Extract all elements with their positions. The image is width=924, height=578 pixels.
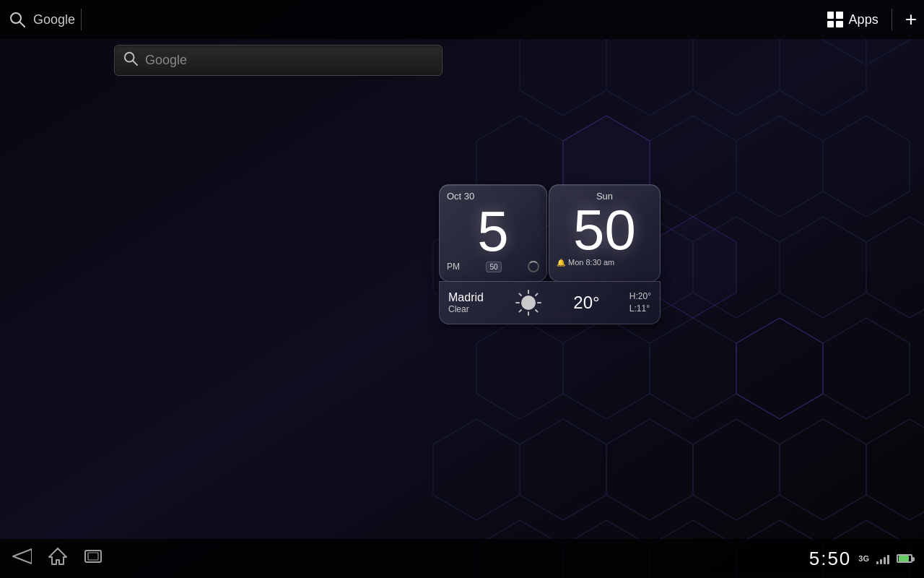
clock-timer-badge: 50	[486, 262, 501, 272]
weather-low: L:11°	[629, 303, 651, 315]
signal-bar-2	[880, 559, 882, 564]
network-type-label: 3G	[858, 554, 869, 563]
alarm-bottom: 🔔 Mon 8:30 am	[557, 258, 653, 267]
weather-condition: Clear	[448, 304, 484, 314]
svg-line-40	[19, 22, 25, 27]
google-brand-text: Google	[33, 12, 75, 27]
bottom-bar: 5:50 3G	[0, 539, 924, 578]
sun-icon	[513, 288, 544, 318]
weather-temperature: 20°	[573, 293, 599, 313]
search-widget-icon	[123, 51, 138, 69]
widget-top-row: Oct 30 5 PM 50 Sun 50 🔔 Mon 8:30 am	[439, 184, 661, 282]
svg-marker-52	[13, 549, 32, 564]
clock-date: Oct 30	[447, 191, 474, 202]
signal-bar-3	[884, 557, 886, 564]
clock-weather-widget[interactable]: Oct 30 5 PM 50 Sun 50 🔔 Mon 8:30 am Madr…	[439, 184, 661, 324]
search-placeholder: Google	[145, 53, 187, 68]
alarm-panel[interactable]: Sun 50 🔔 Mon 8:30 am	[549, 184, 661, 282]
signal-strength-icon	[876, 553, 889, 564]
alarm-time: Mon 8:30 am	[568, 258, 614, 267]
alarm-bell-icon: 🔔	[557, 259, 565, 267]
clock-period: PM	[447, 262, 460, 272]
svg-point-43	[521, 296, 536, 310]
clock-loading-indicator	[528, 261, 539, 272]
top-divider-right	[892, 9, 892, 30]
svg-marker-53	[49, 548, 66, 564]
svg-line-48	[520, 294, 522, 296]
status-time: 5:50	[809, 548, 852, 570]
apps-button[interactable]: Apps	[827, 12, 879, 27]
status-area: 5:50 3G	[809, 548, 912, 570]
back-button[interactable]	[12, 548, 32, 569]
apps-label: Apps	[849, 12, 879, 27]
weather-high: H:20°	[629, 290, 651, 303]
clock-hour: 5	[447, 203, 539, 259]
clock-panel[interactable]: Oct 30 5 PM 50	[439, 184, 547, 282]
nav-buttons	[12, 547, 104, 570]
recents-button[interactable]	[84, 548, 104, 569]
clock-bottom: PM 50	[447, 261, 539, 272]
svg-line-51	[520, 310, 522, 312]
weather-left: Madrid Clear	[448, 291, 484, 314]
signal-bar-1	[876, 561, 879, 564]
svg-line-42	[133, 61, 137, 65]
svg-line-49	[536, 310, 538, 312]
search-icon	[7, 9, 27, 30]
top-bar: Google Apps +	[0, 0, 924, 39]
add-widget-button[interactable]: +	[905, 9, 917, 30]
search-box[interactable]: Google	[114, 45, 443, 76]
svg-rect-55	[88, 553, 98, 560]
battery-fill	[899, 556, 909, 561]
signal-bar-4	[887, 555, 889, 564]
svg-line-50	[536, 294, 538, 296]
weather-panel[interactable]: Madrid Clear 20° H:20°	[439, 281, 661, 324]
weather-city: Madrid	[448, 291, 484, 304]
top-left-area: Google	[7, 9, 75, 30]
battery-icon	[897, 554, 912, 563]
search-widget[interactable]: Google	[114, 45, 443, 76]
top-right-area: Apps +	[827, 9, 917, 30]
weather-hilow: H:20° L:11°	[629, 290, 651, 315]
apps-grid-icon	[827, 12, 843, 27]
top-bar-divider	[81, 9, 82, 30]
home-button[interactable]	[48, 547, 68, 570]
alarm-minute: 50	[557, 202, 653, 258]
